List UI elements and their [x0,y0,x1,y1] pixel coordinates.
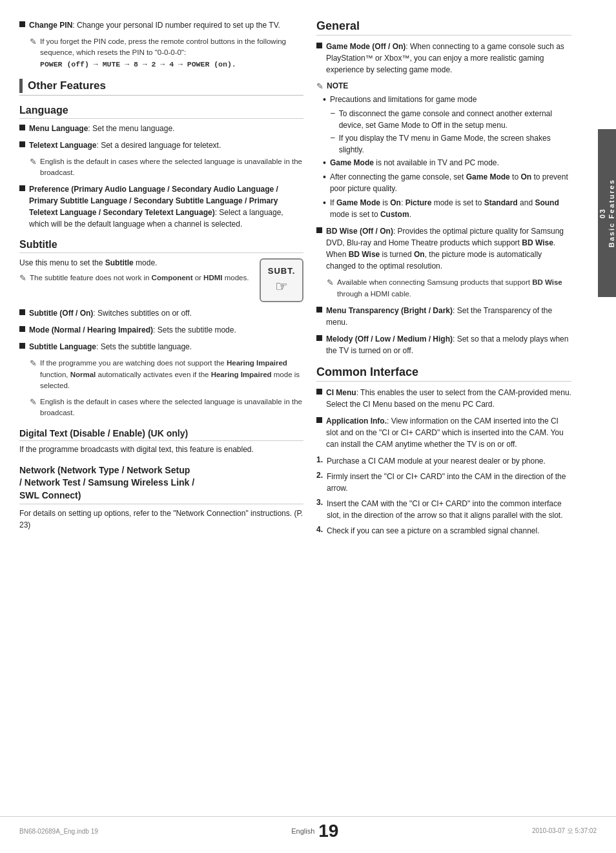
bullet-square [316,43,322,48]
bullet-square [19,141,25,147]
digital-text-body: If the programme broadcasts with digital… [19,444,303,455]
pencil-icon: ✎ [30,37,37,46]
network-body: For details on setting up options, refer… [19,508,303,531]
bullet-square [316,389,322,395]
page-container: 03 Basic Features Change PIN: Change you… [0,0,616,853]
bullet-square [316,227,322,233]
preference-item: Preference (Primary Audio Language / Sec… [19,183,303,230]
common-interface-title: Common Interface [316,365,571,382]
language-title: Language [19,105,303,119]
page-footer: BN68-02689A_Eng.indb 19 English 19 2010-… [0,816,616,841]
bd-wise-note: ✎ Available when connecting Samsung prod… [327,277,571,300]
numbered-item-4: 4. Check if you can see a picture on a s… [316,525,571,537]
network-title: Network (Network Type / Network Setup/ N… [19,464,303,505]
main-content: Change PIN: Change your personal ID numb… [0,19,616,540]
subtitle-lang-note2: ✎ English is the default in cases where … [30,396,303,419]
digital-text-title: Digital Text (Disable / Enable) (UK only… [19,428,303,441]
bullet-square [19,326,25,332]
ci-menu-item: CI Menu: This enables the user to select… [316,387,571,410]
teletext-language-item: Teletext Language: Set a desired languag… [19,139,303,151]
change-pin-note: ✎ If you forget the PIN code, press the … [30,36,303,70]
other-features-header: Other Features [19,79,303,96]
numbered-item-3: 3. Insert the CAM with the "CI or CI+ CA… [316,498,571,521]
bullet-square [316,307,322,313]
application-info-item: Application Info.: View information on t… [316,415,571,450]
bullet-square [19,185,25,191]
change-pin-note-text: If you forget the PIN code, press the re… [40,36,303,70]
bullet-square [19,21,25,27]
bullet-square [316,335,322,341]
teletext-note: ✎ English is the default in cases where … [30,156,303,179]
pencil-icon: ✎ [316,81,323,91]
general-title: General [316,19,571,36]
subtitle-row: Use this menu to set the Subtitle mode. … [19,257,303,302]
numbered-item-1: 1. Purchase a CI CAM module at your near… [316,455,571,467]
subtitle-lang-note1: ✎ If the programme you are watching does… [30,358,303,391]
subtitle-language: Subtitle Language: Sets the subtitle lan… [19,341,303,353]
numbered-item-2: 2. Firmly insert the "CI or CI+ CARD" in… [316,471,571,494]
bullet-square [19,309,25,315]
left-column: Change PIN: Change your personal ID numb… [19,19,303,540]
change-pin-text: Change PIN: Change your personal ID numb… [29,19,280,31]
right-column: General Game Mode (Off / On): When conne… [316,19,594,540]
subtitle-title: Subtitle [19,239,303,253]
game-mode-item: Game Mode (Off / On): When connecting to… [316,41,571,76]
pencil-icon: ✎ [30,157,37,167]
section-bar [19,79,23,93]
subtitle-note1: ✎ The subtitle feature does not work in … [19,272,253,283]
page-number: 19 [318,821,338,841]
side-tab-text: 03 Basic Features [598,179,616,247]
note-box: ✎ NOTE • Precautions and limitations for… [316,81,571,220]
bullet-square [316,417,322,423]
pencil-icon: ✎ [327,278,334,287]
subt-button: SUBT. ☞ [260,258,303,302]
change-pin-item: Change PIN: Change your personal ID numb… [19,19,303,31]
subtitle-off-on: Subtitle (Off / On): Switches subtitles … [19,307,303,319]
pencil-icon: ✎ [19,273,26,283]
page-number-area: English 19 [291,821,338,841]
side-tab: 03 Basic Features [598,129,616,297]
pencil-icon: ✎ [30,397,37,407]
bullet-square [19,125,25,130]
menu-language-item: Menu Language: Set the menu language. [19,123,303,134]
bd-wise-item: BD Wise (Off / On): Provides the optimal… [316,225,571,272]
subtitle-mode: Mode (Normal / Hearing Impaired): Sets t… [19,324,303,336]
footer-right: 2010-03-07 오 5:37:02 [532,827,597,836]
melody-item: Melody (Off / Low / Medium / High): Set … [316,333,571,356]
language-label: English [291,827,314,835]
footer-left: BN68-02689A_Eng.indb 19 [19,828,98,835]
menu-transparency-item: Menu Transparency (Bright / Dark): Set t… [316,305,571,328]
pencil-icon: ✎ [30,358,37,368]
bullet-square [19,343,25,349]
